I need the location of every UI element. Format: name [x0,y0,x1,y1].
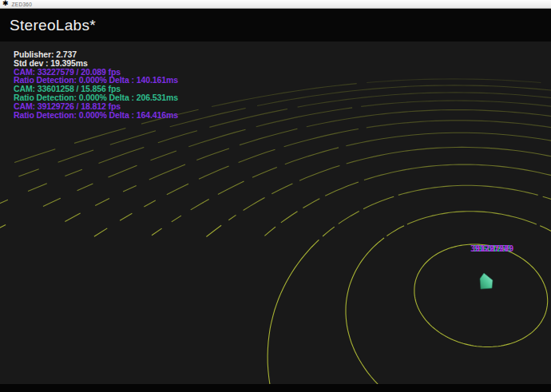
floor-grid-ring [264,227,276,236]
app-asterisk-icon: ✱ [2,0,9,7]
floor-grid-ring [299,166,339,181]
floor-grid-ring [284,129,359,147]
floor-grid-ring [206,225,221,236]
floor-grid-ring [323,227,335,236]
floor-grid-ring [239,149,276,162]
floor-grid-ring [123,185,137,192]
floor-grid-ring [298,93,551,107]
camera-serial-labels: 336012583322757939129726 [470,244,526,254]
floor-grid-ring [110,131,156,145]
floor-grid-ring [303,199,319,208]
page-title: StereoLabs* [0,17,96,34]
floor-grid-ring [252,168,277,178]
floor-grid-ring [109,165,137,177]
floor-grid-ring [325,182,359,196]
floor-grid-ring [188,129,245,147]
floor-grid-ring [99,147,145,163]
floor-grid-ring [346,133,551,145]
floor-grid-ring [363,196,394,209]
floor-grid-ring [196,148,229,160]
floor-grid-ring [172,216,181,222]
floor-grid-ring [212,84,357,107]
floor-grid-ring [199,166,229,179]
floor-grid-ring [94,228,107,236]
floor-grid-ring [191,200,209,210]
floor-grid-ring [398,185,538,195]
os-titlebar-app-name: ZED360 [12,2,33,7]
bottom-edge-strip [0,384,551,392]
app-header: StereoLabs* [0,9,551,42]
floor-grid-ring [152,228,162,236]
floor-grid-ring [339,212,359,224]
floor-grid-ring [361,101,551,106]
floor-grid-ring [151,151,176,160]
floor-grid-ring [256,108,352,127]
floor-grid-ring [272,184,292,194]
floor-grid-ring [228,215,236,220]
floor-grid-ring [77,184,93,191]
floor-grid-ring [18,169,38,176]
floor-grid-ring [43,198,61,206]
floor-grid-ring [28,184,47,192]
hud-line: Std dev : 19.395ms [14,59,178,68]
floor-grid-ring [149,164,185,180]
floor-grid-ring [281,212,298,223]
floor-grid-ring [240,129,298,145]
floor-grid-ring [58,150,94,162]
floor-grid-ring [540,226,551,236]
floor-grid-ring [74,129,125,144]
floor-grid-ring [543,196,551,209]
floor-grid-ring [367,121,551,128]
floor-grid-ring [268,240,551,384]
zed360-window: ✱ ZED360 StereoLabs* Publisher: 2.737Std… [0,0,551,392]
floor-grid-ring [367,79,541,83]
hud-line: CAM: 39129726 / 18.812 fps [14,102,178,111]
floor-grid-ring [347,147,551,164]
floor-grid-ring [65,213,80,221]
os-titlebar: ✱ ZED360 [0,0,551,9]
3d-viewport[interactable]: Publisher: 2.737Std dev : 19.395msCAM: 3… [0,42,551,384]
floor-grid-ring [386,226,404,236]
floor-grid-ring [218,181,244,194]
floor-grid-ring [120,213,132,220]
floor-grid-ring [0,200,8,209]
floor-grid-ring [65,169,82,176]
floor-grid-ring [144,200,156,207]
floor-grid-ring [307,110,551,127]
camera-serial-label: 39129726 [470,244,509,253]
floor-grid-ring [167,184,188,194]
floor-grid-ring [95,199,109,206]
floor-grid-ring [346,238,551,384]
stats-overlay: Publisher: 2.737Std dev : 19.395msCAM: 3… [14,50,178,119]
floor-grid-ring [285,148,339,164]
camera-frustum-marker[interactable] [480,273,493,289]
floor-grid-rings [0,79,551,384]
floor-grid-ring [364,164,551,180]
floor-grid-ring [414,244,548,347]
floor-grid-ring [170,109,246,127]
floor-grid-ring [244,198,265,211]
floor-grid-ring [0,225,6,236]
floor-grid-ring [14,149,55,163]
floor-grid-ring [158,131,197,143]
floor-grid-ring [209,109,287,128]
floor-grid-ring [407,212,537,224]
hud-line: Ratio Detection: 0.000% Delta : 164.416m… [14,111,178,120]
